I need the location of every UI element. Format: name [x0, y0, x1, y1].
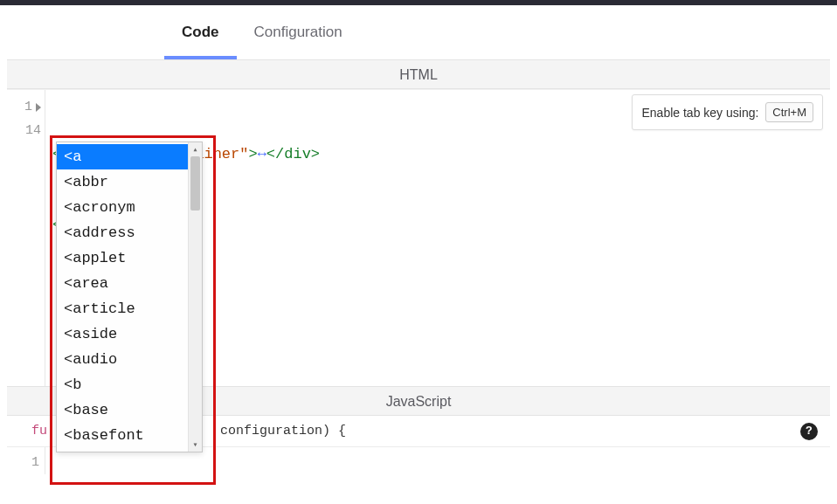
autocomplete-item[interactable]: <a: [57, 144, 202, 169]
code-token-tag: </div>: [266, 146, 320, 162]
autocomplete-item[interactable]: <basefont: [57, 423, 202, 448]
tab-code[interactable]: Code: [164, 5, 237, 59]
hint-key[interactable]: Ctrl+M: [765, 102, 813, 122]
autocomplete-item[interactable]: <applet: [57, 245, 202, 271]
tab-configuration[interactable]: Configuration: [237, 5, 360, 59]
autocomplete-scrollbar[interactable]: ▴ ▾: [188, 142, 202, 452]
fold-marker-icon[interactable]: ↔: [258, 146, 266, 162]
autocomplete-item[interactable]: <acronym: [57, 195, 202, 220]
hint-label: Enable tab key using:: [641, 106, 758, 120]
autocomplete-item[interactable]: <base: [57, 397, 202, 423]
autocomplete-item[interactable]: <bdi: [57, 448, 202, 452]
fold-icon[interactable]: [36, 103, 41, 112]
tabs-row: Code Configuration: [0, 5, 837, 59]
html-panel-header: HTML: [7, 59, 830, 89]
autocomplete-item[interactable]: <audio: [57, 347, 202, 372]
autocomplete-item[interactable]: <b: [57, 372, 202, 397]
autocomplete-item[interactable]: <area: [57, 271, 202, 296]
help-icon[interactable]: ?: [800, 423, 818, 440]
tab-key-hint: Enable tab key using: Ctrl+M: [632, 94, 823, 130]
line-number: 1: [31, 455, 39, 470]
autocomplete-popup[interactable]: <a<abbr<acronym<address<applet<area<arti…: [56, 142, 203, 452]
autocomplete-item[interactable]: <aside: [57, 321, 202, 347]
js-token-rest: configuration) {: [220, 424, 346, 438]
code-token-tag: >: [248, 146, 257, 162]
line-number: 1: [24, 95, 32, 119]
scroll-up-icon[interactable]: ▴: [189, 142, 202, 156]
autocomplete-item[interactable]: <abbr: [57, 169, 202, 195]
html-editor-wrap: 1 14 <div class="container">↔</div> < En…: [7, 89, 830, 386]
line-number: 14: [25, 119, 41, 142]
js-token-keyword: fu: [31, 424, 47, 438]
js-gutter: 1: [7, 447, 45, 474]
autocomplete-list[interactable]: <a<abbr<acronym<address<applet<area<arti…: [57, 142, 202, 452]
scroll-down-icon[interactable]: ▾: [189, 438, 202, 452]
autocomplete-item[interactable]: <address: [57, 220, 202, 245]
autocomplete-item[interactable]: <article: [57, 296, 202, 321]
scroll-thumb[interactable]: [190, 156, 200, 211]
html-gutter: 1 14: [7, 90, 45, 386]
